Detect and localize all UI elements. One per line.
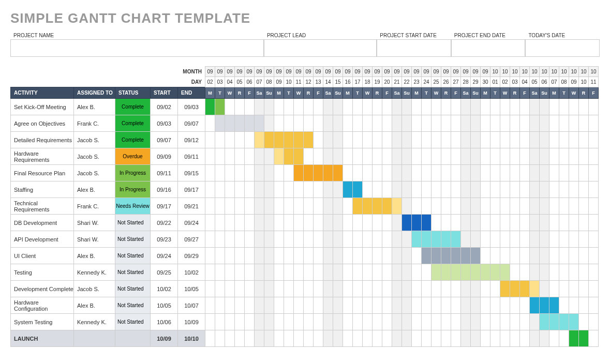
status-cell[interactable] (115, 330, 151, 347)
gantt-cell (432, 148, 441, 165)
status-cell[interactable]: Complete (115, 132, 151, 148)
end-cell[interactable]: 09/15 (178, 165, 205, 181)
start-cell[interactable]: 10/02 (151, 281, 178, 297)
start-cell[interactable]: 09/09 (151, 148, 178, 165)
end-cell[interactable]: 10/09 (178, 314, 205, 330)
assigned-cell[interactable]: Alex B. (74, 99, 115, 115)
assigned-cell[interactable]: Alex B. (74, 297, 115, 314)
gantt-cell (481, 231, 490, 248)
gantt-cell (304, 330, 314, 347)
end-cell[interactable]: 09/27 (178, 231, 205, 248)
gantt-cell (363, 231, 373, 248)
gantt-cell (461, 198, 471, 215)
start-cell[interactable]: 09/11 (151, 165, 178, 181)
project-lead-input[interactable] (264, 39, 377, 57)
assigned-cell[interactable]: Frank C. (74, 115, 115, 132)
activity-cell[interactable]: LAUNCH (11, 330, 74, 347)
assigned-cell[interactable]: Alex B. (74, 248, 115, 264)
start-cell[interactable]: 10/09 (151, 330, 178, 347)
gantt-cell (461, 330, 471, 347)
activity-cell[interactable]: Staffing (11, 181, 74, 198)
header-dow: F (314, 87, 323, 99)
end-cell[interactable]: 09/24 (178, 215, 205, 231)
activity-cell[interactable]: UI Client (11, 248, 74, 264)
assigned-cell[interactable]: Jacob S. (74, 281, 115, 297)
status-cell[interactable]: Complete (115, 99, 151, 115)
gantt-cell (205, 215, 215, 231)
status-cell[interactable]: Not Started (115, 281, 151, 297)
status-cell[interactable]: Not Started (115, 248, 151, 264)
activity-cell[interactable]: Development Complete (11, 281, 74, 297)
end-cell[interactable]: 09/03 (178, 99, 205, 115)
day-cell: 07 (255, 77, 264, 87)
gantt-cell (441, 330, 451, 347)
project-start-input[interactable] (377, 39, 451, 57)
assigned-cell[interactable] (74, 330, 115, 347)
end-cell[interactable]: 10/02 (178, 264, 205, 281)
start-cell[interactable]: 09/23 (151, 231, 178, 248)
activity-cell[interactable]: Detailed Requirements (11, 132, 74, 148)
start-cell[interactable]: 09/02 (151, 99, 178, 115)
activity-cell[interactable]: Hardware Configuration (11, 297, 74, 314)
gantt-cell (422, 165, 432, 181)
status-cell[interactable]: Needs Review (115, 198, 151, 215)
start-cell[interactable]: 09/07 (151, 132, 178, 148)
status-cell[interactable]: Overdue (115, 148, 151, 165)
end-cell[interactable]: 09/17 (178, 181, 205, 198)
assigned-cell[interactable]: Alex B. (74, 181, 115, 198)
status-cell[interactable]: In Progress (115, 181, 151, 198)
assigned-cell[interactable]: Jacob S. (74, 165, 115, 181)
assigned-cell[interactable]: Jacob S. (74, 148, 115, 165)
status-cell[interactable]: Not Started (115, 314, 151, 330)
project-end-input[interactable] (451, 39, 526, 57)
start-cell[interactable]: 09/16 (151, 181, 178, 198)
start-cell[interactable]: 09/25 (151, 264, 178, 281)
start-cell[interactable]: 09/22 (151, 215, 178, 231)
gantt-cell (520, 115, 530, 132)
status-cell[interactable]: Not Started (115, 231, 151, 248)
activity-cell[interactable]: Final Resource Plan (11, 165, 74, 181)
start-cell[interactable]: 10/05 (151, 297, 178, 314)
month-cell: 09 (451, 67, 461, 77)
end-cell[interactable]: 09/21 (178, 198, 205, 215)
end-cell[interactable]: 10/10 (178, 330, 205, 347)
status-cell[interactable]: Not Started (115, 264, 151, 281)
activity-cell[interactable]: API Development (11, 231, 74, 248)
end-cell[interactable]: 09/29 (178, 248, 205, 264)
gantt-cell (323, 297, 333, 314)
gantt-cell (412, 297, 422, 314)
start-cell[interactable]: 09/17 (151, 198, 178, 215)
activity-cell[interactable]: Technical Requirements (11, 198, 74, 215)
gantt-cell (471, 198, 481, 215)
gantt-cell (540, 264, 549, 281)
assigned-cell[interactable]: Shari W. (74, 231, 115, 248)
gantt-cell (264, 198, 274, 215)
assigned-cell[interactable]: Shari W. (74, 215, 115, 231)
end-cell[interactable]: 09/11 (178, 148, 205, 165)
gantt-cell (215, 264, 225, 281)
assigned-cell[interactable]: Jacob S. (74, 132, 115, 148)
gantt-cell (530, 99, 540, 115)
start-cell[interactable]: 09/24 (151, 248, 178, 264)
activity-cell[interactable]: DB Development (11, 215, 74, 231)
end-cell[interactable]: 10/07 (178, 297, 205, 314)
project-name-input[interactable] (10, 39, 264, 57)
activity-cell[interactable]: Hardware Requirements (11, 148, 74, 165)
assigned-cell[interactable]: Kennedy K. (74, 264, 115, 281)
assigned-cell[interactable]: Kennedy K. (74, 314, 115, 330)
today-input[interactable] (525, 39, 600, 57)
end-cell[interactable]: 09/07 (178, 115, 205, 132)
end-cell[interactable]: 10/05 (178, 281, 205, 297)
activity-cell[interactable]: System Testing (11, 314, 74, 330)
start-cell[interactable]: 09/03 (151, 115, 178, 132)
start-cell[interactable]: 10/06 (151, 314, 178, 330)
assigned-cell[interactable]: Frank C. (74, 198, 115, 215)
activity-cell[interactable]: Agree on Objectives (11, 115, 74, 132)
activity-cell[interactable]: Testing (11, 264, 74, 281)
status-cell[interactable]: Not Started (115, 215, 151, 231)
status-cell[interactable]: In Progress (115, 165, 151, 181)
status-cell[interactable]: Complete (115, 115, 151, 132)
status-cell[interactable]: Not Started (115, 297, 151, 314)
end-cell[interactable]: 09/12 (178, 132, 205, 148)
activity-cell[interactable]: Set Kick-Off Meeting (11, 99, 74, 115)
